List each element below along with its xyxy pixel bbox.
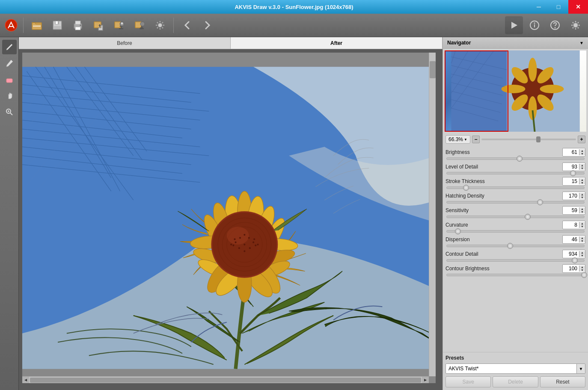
param-value-box-hatching-density[interactable]: ▲ ▼ xyxy=(562,192,585,200)
param-value-box-brightness[interactable]: ▲ ▼ xyxy=(562,148,585,157)
zoom-in-button[interactable]: + xyxy=(578,136,585,143)
help-button[interactable] xyxy=(546,16,564,34)
zoom-slider[interactable] xyxy=(481,139,576,140)
param-slider-level-of-detail[interactable] xyxy=(446,172,585,174)
forward-button[interactable] xyxy=(199,16,217,34)
hand-tool[interactable] xyxy=(2,89,17,103)
settings-button[interactable] xyxy=(151,16,169,34)
param-input-hatching-density[interactable] xyxy=(563,193,579,199)
param-value-box-contour-brightness[interactable]: ▲ ▼ xyxy=(562,264,585,273)
param-input-contour-detail[interactable] xyxy=(563,251,579,257)
param-spin-up-brightness[interactable]: ▲ xyxy=(579,149,585,152)
param-spin-up-level-of-detail[interactable]: ▲ xyxy=(579,164,585,167)
save-preset-button[interactable]: Save xyxy=(445,376,491,387)
param-spin-up-contour-detail[interactable]: ▲ xyxy=(579,251,585,254)
print-button[interactable] xyxy=(69,16,87,34)
param-spin-down-contour-brightness[interactable]: ▼ xyxy=(579,269,585,272)
param-spin-up-curvature[interactable]: ▲ xyxy=(579,222,585,225)
param-input-stroke-thickness[interactable] xyxy=(563,178,579,184)
param-input-contour-brightness[interactable] xyxy=(563,266,579,272)
param-spin-down-contour-detail[interactable]: ▼ xyxy=(579,254,585,257)
svg-point-121 xyxy=(540,85,564,93)
param-slider-hatching-density[interactable] xyxy=(446,201,585,204)
param-slider-stroke-thickness[interactable] xyxy=(446,186,585,189)
after-tab[interactable]: After xyxy=(231,37,442,49)
presets-dropdown[interactable]: AKVIS Twist* ▼ xyxy=(445,363,585,374)
param-slider-thumb-curvature[interactable] xyxy=(455,228,461,234)
param-slider-thumb-dispersion[interactable] xyxy=(507,243,513,249)
param-spin-down-dispersion[interactable]: ▼ xyxy=(579,239,585,242)
eraser-tool[interactable] xyxy=(2,72,17,87)
scroll-left-button[interactable]: ◀ xyxy=(22,377,29,384)
param-input-level-of-detail[interactable] xyxy=(563,164,579,170)
vertical-scrollbar-thumb[interactable] xyxy=(430,61,436,78)
close-button[interactable]: ✕ xyxy=(568,0,588,14)
param-slider-contour-detail[interactable] xyxy=(446,259,585,262)
param-slider-thumb-stroke-thickness[interactable] xyxy=(463,185,469,191)
scroll-right-button[interactable]: ▶ xyxy=(422,377,429,384)
param-slider-thumb-contour-brightness[interactable] xyxy=(581,272,587,278)
param-value-box-contour-detail[interactable]: ▲ ▼ xyxy=(562,250,585,258)
play-button[interactable] xyxy=(505,16,523,34)
open-button[interactable] xyxy=(28,16,46,34)
param-spin-down-hatching-density[interactable]: ▼ xyxy=(579,196,585,199)
param-spin-down-brightness[interactable]: ▼ xyxy=(579,152,585,155)
download-settings-button[interactable] xyxy=(131,16,148,34)
maximize-button[interactable]: □ xyxy=(549,0,568,14)
param-slider-thumb-contour-detail[interactable] xyxy=(572,257,578,263)
minimize-button[interactable]: ─ xyxy=(529,0,549,14)
param-input-sensitivity[interactable] xyxy=(563,207,579,213)
brush-tool[interactable] xyxy=(2,40,17,54)
param-value-box-curvature[interactable]: ▲ ▼ xyxy=(562,221,585,229)
param-spin-down-sensitivity[interactable]: ▼ xyxy=(579,210,585,213)
horizontal-scrollbar[interactable]: ◀ ▶ xyxy=(22,376,429,383)
param-slider-dispersion[interactable] xyxy=(446,245,585,247)
drawing-canvas[interactable] xyxy=(22,53,436,383)
param-value-box-level-of-detail[interactable]: ▲ ▼ xyxy=(562,162,585,171)
param-spin-down-curvature[interactable]: ▼ xyxy=(579,225,585,228)
zoom-slider-thumb[interactable] xyxy=(536,136,540,142)
zoom-out-button[interactable]: − xyxy=(472,136,480,143)
vertical-scrollbar[interactable] xyxy=(429,53,436,376)
back-button[interactable] xyxy=(178,16,196,34)
param-slider-brightness[interactable] xyxy=(446,157,585,160)
param-slider-contour-brightness[interactable] xyxy=(446,274,585,276)
param-input-dispersion[interactable] xyxy=(563,236,579,242)
upload-settings-button[interactable] xyxy=(110,16,128,34)
zoom-tool[interactable] xyxy=(2,105,17,119)
param-label-row-dispersion: Dispersion ▲ ▼ xyxy=(445,235,585,244)
zoom-value-display[interactable]: 66.3% ▼ xyxy=(445,135,470,144)
param-input-brightness[interactable] xyxy=(563,149,579,155)
param-slider-thumb-hatching-density[interactable] xyxy=(537,199,543,205)
info-button[interactable] xyxy=(526,16,543,34)
param-spin-up-contour-brightness[interactable]: ▲ xyxy=(579,266,585,269)
delete-preset-button[interactable]: Delete xyxy=(493,376,538,387)
param-spin-up-sensitivity[interactable]: ▲ xyxy=(579,207,585,210)
param-value-box-sensitivity[interactable]: ▲ ▼ xyxy=(562,206,585,215)
param-slider-curvature[interactable] xyxy=(446,230,585,233)
preferences-button[interactable] xyxy=(567,16,585,34)
presets-dropdown-arrow[interactable]: ▼ xyxy=(576,363,585,374)
import-button[interactable] xyxy=(89,16,107,34)
param-spin-down-stroke-thickness[interactable]: ▼ xyxy=(579,181,585,184)
param-slider-thumb-sensitivity[interactable] xyxy=(525,214,531,220)
param-slider-thumb-level-of-detail[interactable] xyxy=(570,170,576,176)
horizontal-scrollbar-thumb[interactable] xyxy=(30,378,421,383)
param-slider-thumb-brightness[interactable] xyxy=(517,156,523,162)
save-button[interactable] xyxy=(48,16,66,34)
svg-point-10 xyxy=(80,25,81,26)
param-spin-up-stroke-thickness[interactable]: ▲ xyxy=(579,178,585,181)
param-input-curvature[interactable] xyxy=(563,222,579,228)
svg-point-109 xyxy=(232,245,234,246)
param-spin-down-level-of-detail[interactable]: ▼ xyxy=(579,167,585,170)
param-spin-up-dispersion[interactable]: ▲ xyxy=(579,236,585,239)
zoom-dropdown-arrow[interactable]: ▼ xyxy=(464,138,467,142)
param-value-box-dispersion[interactable]: ▲ ▼ xyxy=(562,235,585,244)
navigator-collapse-icon[interactable]: ▼ xyxy=(579,41,584,45)
param-spin-up-hatching-density[interactable]: ▲ xyxy=(579,193,585,196)
before-tab[interactable]: Before xyxy=(19,37,231,49)
pencil-tool[interactable] xyxy=(2,56,17,71)
param-slider-sensitivity[interactable] xyxy=(446,216,585,218)
reset-preset-button[interactable]: Reset xyxy=(540,376,585,387)
param-value-box-stroke-thickness[interactable]: ▲ ▼ xyxy=(562,177,585,186)
